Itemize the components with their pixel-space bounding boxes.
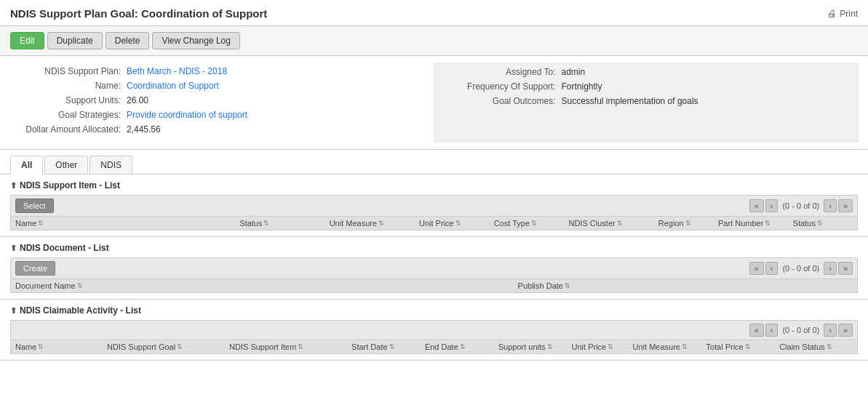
ndis-support-item-section: ⬆ NDIS Support Item - List Select « ‹ (0… bbox=[0, 175, 868, 237]
col-act-item[interactable]: NDIS Support Item ⇅ bbox=[229, 342, 351, 351]
col-region[interactable]: Region ⇅ bbox=[658, 219, 718, 228]
col-part-number[interactable]: Part Number ⇅ bbox=[718, 219, 793, 228]
support-units-value: 26.00 bbox=[127, 95, 148, 105]
dollar-amount-label: Dollar Amount Allocated: bbox=[10, 124, 127, 135]
name-row: Name: Coordination of Support bbox=[10, 81, 434, 91]
ndis-support-item-page-info: (0 - 0 of 0) bbox=[779, 201, 822, 210]
ndis-document-dash: - bbox=[86, 243, 94, 253]
col-status-1[interactable]: Status ⇅ bbox=[239, 219, 329, 228]
col-act-goal[interactable]: NDIS Support Goal ⇅ bbox=[107, 342, 229, 351]
sort-icon-act-units: ⇅ bbox=[547, 343, 553, 350]
create-button[interactable]: Create bbox=[15, 261, 55, 276]
col-status-end[interactable]: Status ⇅ bbox=[793, 219, 853, 228]
delete-button[interactable]: Delete bbox=[105, 32, 150, 49]
next-page-btn-2[interactable]: › bbox=[824, 262, 837, 275]
ndis-claimable-activity-section: ⬆ NDIS Claimable Activity - List « ‹ (0 … bbox=[0, 300, 868, 361]
ndis-document-page-info: (0 - 0 of 0) bbox=[779, 264, 822, 273]
view-change-log-button[interactable]: View Change Log bbox=[152, 32, 240, 49]
goal-outcomes-label: Goal Outcomes: bbox=[445, 96, 562, 106]
col-doc-name[interactable]: Document Name ⇅ bbox=[15, 281, 518, 290]
dollar-amount-row: Dollar Amount Allocated: 2,445.56 bbox=[10, 124, 434, 135]
sort-icon-publish-date: ⇅ bbox=[565, 282, 570, 289]
col-cost-type[interactable]: Cost Type ⇅ bbox=[494, 219, 569, 228]
col-act-claim[interactable]: Claim Status ⇅ bbox=[779, 342, 853, 351]
col-act-umeasure[interactable]: Unit Measure ⇅ bbox=[633, 342, 706, 351]
print-label: Print bbox=[840, 9, 858, 19]
goal-strategies-label: Goal Strategies: bbox=[10, 110, 127, 120]
goal-outcomes-row: Goal Outcomes: Successful implementation… bbox=[445, 96, 848, 106]
sort-icon-act-uprice: ⇅ bbox=[608, 343, 613, 350]
col-act-total[interactable]: Total Price ⇅ bbox=[706, 342, 779, 351]
first-page-btn-2[interactable]: « bbox=[749, 262, 764, 275]
goal-outcomes-value: Successful implementation of goals bbox=[562, 96, 698, 106]
ndis-support-plan-link[interactable]: Beth March - NDIS - 2018 bbox=[127, 66, 227, 76]
last-page-btn-3[interactable]: » bbox=[838, 324, 853, 337]
ndis-document-title: NDIS Document bbox=[20, 243, 86, 253]
page-title: NDIS Support Plan Goal: Coordination of … bbox=[10, 7, 267, 20]
sort-icon-act-end: ⇅ bbox=[460, 343, 466, 350]
duplicate-button[interactable]: Duplicate bbox=[47, 32, 103, 49]
col-unit-price[interactable]: Unit Price ⇅ bbox=[419, 219, 494, 228]
col-act-uprice[interactable]: Unit Price ⇅ bbox=[572, 342, 633, 351]
sort-icon-act-item: ⇅ bbox=[298, 343, 303, 350]
ndis-claimable-activity-page-info: (0 - 0 of 0) bbox=[779, 326, 822, 334]
dollar-amount-value: 2,445.56 bbox=[127, 124, 161, 135]
select-button[interactable]: Select bbox=[15, 199, 54, 213]
next-page-btn-3[interactable]: › bbox=[824, 324, 837, 337]
first-page-btn-1[interactable]: « bbox=[749, 199, 764, 212]
sort-icon-act-total: ⇅ bbox=[745, 343, 751, 350]
ndis-document-toolbar: Create « ‹ (0 - 0 of 0) › » bbox=[10, 257, 858, 279]
col-act-name[interactable]: Name ⇅ bbox=[15, 342, 107, 351]
sort-icon-unit-measure: ⇅ bbox=[378, 220, 384, 227]
sort-icon-part-number: ⇅ bbox=[765, 220, 771, 227]
ndis-claimable-activity-header: ⬆ NDIS Claimable Activity - List bbox=[10, 305, 858, 316]
detail-right: Assigned To: admin Frequency Of Support:… bbox=[434, 63, 859, 142]
col-act-start[interactable]: Start Date ⇅ bbox=[351, 342, 425, 351]
collapse-icon-2: ⬆ bbox=[10, 244, 17, 253]
col-ndis-cluster[interactable]: NDIS Cluster ⇅ bbox=[568, 219, 658, 228]
toolbar: Edit Duplicate Delete View Change Log bbox=[0, 26, 868, 56]
ndis-claimable-activity-pagination: « ‹ (0 - 0 of 0) › » bbox=[749, 324, 853, 337]
col-name-1[interactable]: Name ⇅ bbox=[15, 219, 239, 228]
sort-icon-doc-name: ⇅ bbox=[77, 282, 83, 289]
ndis-document-header: ⬆ NDIS Document - List bbox=[10, 243, 858, 253]
sort-icon-ndis-cluster: ⇅ bbox=[617, 220, 623, 227]
prev-page-btn-2[interactable]: ‹ bbox=[765, 262, 779, 275]
last-page-btn-1[interactable]: » bbox=[838, 199, 853, 212]
ndis-support-plan-label: NDIS Support Plan: bbox=[10, 66, 127, 76]
prev-page-btn-3[interactable]: ‹ bbox=[765, 324, 779, 337]
ndis-claimable-activity-columns: Name ⇅ NDIS Support Goal ⇅ NDIS Support … bbox=[10, 340, 858, 354]
sort-icon-cost-type: ⇅ bbox=[531, 220, 537, 227]
tab-other[interactable]: Other bbox=[44, 156, 88, 174]
col-act-units[interactable]: Support units ⇅ bbox=[498, 342, 572, 351]
ndis-support-plan-value: Beth March - NDIS - 2018 bbox=[127, 66, 227, 76]
print-link[interactable]: 🖨 Print bbox=[827, 8, 858, 19]
assigned-to-label: Assigned To: bbox=[445, 67, 562, 77]
goal-strategies-value: Provide coordination of support bbox=[127, 110, 247, 120]
ndis-claimable-activity-subtitle: List bbox=[126, 305, 141, 316]
ndis-support-item-subtitle: List bbox=[105, 180, 120, 191]
next-page-btn-1[interactable]: › bbox=[824, 199, 837, 212]
ndis-claimable-activity-toolbar: « ‹ (0 - 0 of 0) › » bbox=[10, 320, 858, 340]
col-act-end[interactable]: End Date ⇅ bbox=[425, 342, 498, 351]
goal-strategies-row: Goal Strategies: Provide coordination of… bbox=[10, 110, 434, 120]
ndis-document-section: ⬆ NDIS Document - List Create « ‹ (0 - 0… bbox=[0, 237, 868, 300]
ndis-support-item-dash: - bbox=[97, 180, 105, 191]
tab-ndis[interactable]: NDIS bbox=[89, 156, 132, 174]
ndis-support-item-toolbar: Select « ‹ (0 - 0 of 0) › » bbox=[10, 195, 858, 217]
col-unit-measure[interactable]: Unit Measure ⇅ bbox=[330, 219, 419, 228]
prev-page-btn-1[interactable]: ‹ bbox=[765, 199, 779, 212]
last-page-btn-2[interactable]: » bbox=[838, 262, 853, 275]
assigned-to-row: Assigned To: admin bbox=[445, 67, 848, 77]
tab-all[interactable]: All bbox=[10, 156, 43, 175]
frequency-value: Fortnightly bbox=[562, 81, 602, 92]
print-icon: 🖨 bbox=[827, 8, 837, 19]
support-units-label: Support Units: bbox=[10, 95, 127, 105]
col-publish-date[interactable]: Publish Date ⇅ bbox=[518, 281, 853, 290]
frequency-row: Frequency Of Support: Fortnightly bbox=[445, 81, 848, 92]
ndis-support-item-header: ⬆ NDIS Support Item - List bbox=[10, 180, 858, 191]
edit-button[interactable]: Edit bbox=[10, 32, 44, 49]
first-page-btn-3[interactable]: « bbox=[749, 324, 764, 337]
detail-left: NDIS Support Plan: Beth March - NDIS - 2… bbox=[10, 63, 434, 142]
sort-icon-act-claim: ⇅ bbox=[827, 343, 832, 350]
